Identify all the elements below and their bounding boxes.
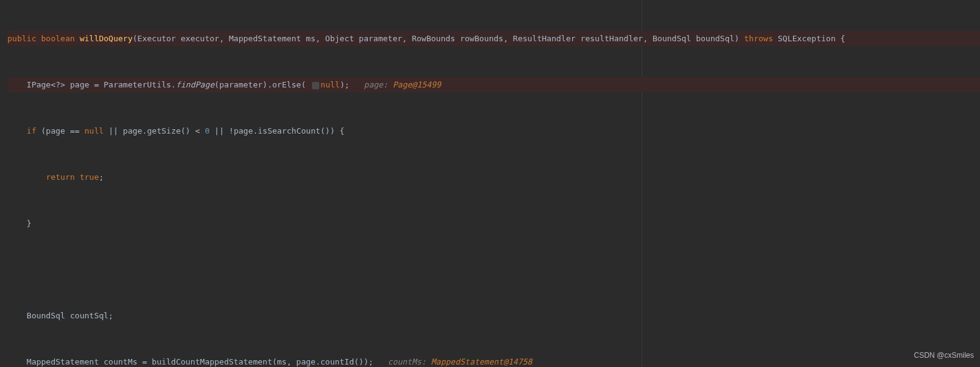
keyword: null xyxy=(84,126,103,135)
code-text: ); xyxy=(340,80,364,89)
code-text: BoundSql countSql; xyxy=(7,311,113,320)
number: 0 xyxy=(205,126,210,135)
code-line[interactable]: IPage<?> page = ParameterUtils.findPage(… xyxy=(7,77,980,92)
code-text: } xyxy=(7,219,31,228)
code-text: || !page.isSearchCount()) { xyxy=(210,126,345,135)
code-editor[interactable]: public boolean willDoQuery(Executor exec… xyxy=(0,0,980,367)
code-text: ; xyxy=(99,172,104,182)
debug-hint-value: Page@15499 xyxy=(393,80,441,89)
code-line[interactable]: } xyxy=(7,216,980,231)
code-line[interactable]: if (page == null || page.getSize() < 0 |… xyxy=(7,123,980,139)
debug-hint-label: page: xyxy=(364,80,393,89)
code-line[interactable]: BoundSql countSql; xyxy=(7,308,980,323)
code-line[interactable]: return true; xyxy=(7,169,980,185)
code-text: (page == xyxy=(36,126,84,135)
keyword: return true xyxy=(46,172,99,182)
code-line[interactable]: MappedStatement countMs = buildCountMapp… xyxy=(7,354,980,367)
debug-hint-label: countMs: xyxy=(388,357,431,366)
keyword: if xyxy=(26,126,36,135)
code-text: MappedStatement countMs = buildCountMapp… xyxy=(7,357,388,366)
static-method: findPage xyxy=(176,80,215,89)
code-line[interactable] xyxy=(7,262,980,277)
code-text: (parameter).orElse( xyxy=(215,80,311,89)
method-name: willDoQuery xyxy=(79,34,132,43)
exception: SQLException { xyxy=(773,34,845,43)
keyword: null xyxy=(321,80,340,89)
icon-param-hint xyxy=(312,82,319,89)
debug-hint-value: MappedStatement@14758 xyxy=(431,357,532,366)
code-text: || page.getSize() < xyxy=(104,126,205,135)
params: (Executor executor, MappedStatement ms, … xyxy=(133,34,744,43)
keyword: public boolean xyxy=(7,34,79,43)
code-text: IPage<?> page = ParameterUtils. xyxy=(7,80,176,89)
keyword: throws xyxy=(744,34,773,43)
watermark: CSDN @cxSmiles xyxy=(914,348,974,363)
code-line[interactable]: public boolean willDoQuery(Executor exec… xyxy=(7,31,980,46)
